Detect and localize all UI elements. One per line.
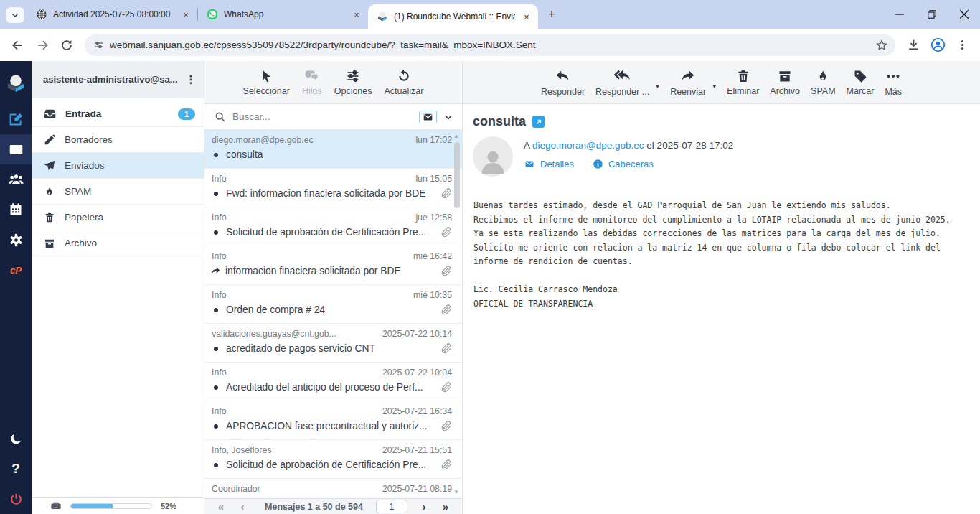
message-subject: Fwd: informacion finaciera solicitada po… xyxy=(226,188,437,199)
folder-spam[interactable]: SPAM xyxy=(32,179,204,205)
first-page-button[interactable]: « xyxy=(212,501,230,512)
message-row[interactable]: Infomié 10:35 Orden de compra # 24 xyxy=(204,285,462,324)
power-icon xyxy=(9,492,23,506)
message-row[interactable]: Infojue 12:58 Solicitud de aprobación de… xyxy=(204,207,462,246)
unread-dot-icon[interactable] xyxy=(214,153,218,157)
profile-avatar-button[interactable] xyxy=(925,33,950,57)
forward-button[interactable]: Reenviar xyxy=(670,68,706,97)
threads-button[interactable]: Hilos xyxy=(302,68,322,96)
unread-dot-icon[interactable] xyxy=(214,308,218,312)
details-toggle[interactable]: Detalles xyxy=(524,159,574,169)
search-options-chevron-icon[interactable] xyxy=(443,112,453,122)
tab-close-icon[interactable]: × xyxy=(351,9,362,20)
browser-tab-roundcube-active[interactable]: (1) Roundcube Webmail :: Envia × xyxy=(368,4,538,29)
more-button[interactable]: Más xyxy=(885,68,902,97)
scroll-down-icon[interactable]: ▼ xyxy=(453,489,459,495)
url-text[interactable]: webmail.sanjuan.gob.ec/cpsess5350978522/… xyxy=(110,39,870,50)
message-row[interactable]: Infolun 15:05 Fwd: informacion finaciera… xyxy=(204,169,462,207)
site-settings-icon[interactable] xyxy=(93,39,104,50)
message-subject: Acreditado del anticipo del proceso de P… xyxy=(226,382,437,393)
bookmark-star-icon[interactable] xyxy=(875,39,888,52)
next-page-button[interactable]: › xyxy=(415,501,433,512)
tab-close-icon[interactable]: × xyxy=(180,9,192,20)
tab-close-icon[interactable]: × xyxy=(521,11,532,22)
browser-tab-whatsapp[interactable]: WhatsApp × xyxy=(198,0,368,29)
unread-dot-icon[interactable] xyxy=(214,463,218,467)
search-input[interactable] xyxy=(232,111,413,122)
folder-enviados[interactable]: Enviados xyxy=(32,153,204,179)
sender-email-link[interactable]: diego.moran@dpe.gob.ec xyxy=(532,140,644,151)
folder-borradores[interactable]: Borradores xyxy=(32,127,204,153)
mail-task-button[interactable] xyxy=(0,134,32,164)
unread-dot-icon[interactable] xyxy=(214,192,218,196)
message-row[interactable]: validaciones.guayas@cnt.gob...2025-07-22… xyxy=(204,324,462,363)
folder-papelera[interactable]: Papelera xyxy=(32,205,204,230)
attachment-icon xyxy=(441,459,452,470)
message-row[interactable]: Info2025-07-21 16:34 APROBACION fase pre… xyxy=(204,401,462,440)
window-minimize-button[interactable] xyxy=(883,0,915,29)
url-bar[interactable]: webmail.sanjuan.gob.ec/cpsess5350978522/… xyxy=(85,34,895,56)
unread-dot-icon[interactable] xyxy=(214,424,218,429)
reload-button[interactable] xyxy=(55,33,79,57)
options-button[interactable]: Opciones xyxy=(334,69,372,96)
list-scrollbar[interactable]: ▲ ▼ xyxy=(452,130,461,498)
last-page-button[interactable]: » xyxy=(436,501,455,512)
new-tab-button[interactable]: + xyxy=(542,5,561,24)
downloads-button[interactable] xyxy=(901,33,925,57)
folder-archivo[interactable]: Archivo xyxy=(32,230,204,256)
browser-tab-actividad[interactable]: Actividad 2025-07-25 08:00:00 × xyxy=(27,0,197,29)
delete-button[interactable]: Eliminar xyxy=(727,69,759,96)
message-row[interactable]: Coordinador2025-07-21 08:19 xyxy=(204,479,462,498)
attachment-icon xyxy=(441,266,452,276)
paper-plane-icon xyxy=(44,160,55,172)
folder-entrada[interactable]: Entrada 1 xyxy=(32,101,204,127)
scrollbar-thumb[interactable] xyxy=(454,142,460,208)
back-button[interactable] xyxy=(6,33,30,57)
forward-caret-icon[interactable]: ▾ xyxy=(712,82,716,90)
logout-button[interactable] xyxy=(0,484,32,514)
message-row[interactable]: Infomié 16:42 informacion finaciera soli… xyxy=(204,246,462,285)
contacts-button[interactable] xyxy=(0,164,32,195)
forward-button[interactable] xyxy=(30,33,55,57)
dark-mode-button[interactable] xyxy=(0,424,32,454)
mark-button[interactable]: Marcar xyxy=(847,69,875,96)
calendar-button[interactable] xyxy=(0,195,32,225)
moon-icon xyxy=(9,432,23,446)
prev-page-button[interactable]: ‹ xyxy=(233,501,252,512)
compose-button[interactable] xyxy=(0,104,32,134)
message-row[interactable]: diego.moran@dpe.gob.eclun 17:02 consulta xyxy=(204,130,462,169)
scroll-up-icon[interactable]: ▲ xyxy=(453,133,459,139)
cpanel-button[interactable]: cP xyxy=(0,255,32,285)
search-scope-button[interactable] xyxy=(419,111,437,123)
message-row[interactable]: Info, Joseflores2025-07-21 15:51 Solicit… xyxy=(204,440,462,479)
message-sender: Info xyxy=(212,290,407,300)
archive-button[interactable]: Archivo xyxy=(770,69,800,96)
tab-search-button[interactable] xyxy=(6,7,24,23)
spam-button[interactable]: SPAM xyxy=(811,69,836,96)
settings-button[interactable] xyxy=(0,225,32,255)
refresh-button[interactable]: Actualizar xyxy=(385,69,424,96)
reply-button[interactable]: Responder xyxy=(541,68,585,97)
reply-icon xyxy=(555,68,570,84)
reply-label: Responder xyxy=(541,87,585,97)
message-date: 2025-07-22 10:14 xyxy=(382,329,452,339)
reply-all-button[interactable]: Responder ... xyxy=(595,67,649,97)
reply-all-icon xyxy=(614,67,631,84)
open-in-new-window-icon[interactable] xyxy=(532,116,545,128)
unread-dot-icon[interactable] xyxy=(214,386,218,390)
headers-toggle[interactable]: Cabeceras xyxy=(593,159,654,169)
page-number-input[interactable] xyxy=(376,500,407,513)
select-button[interactable]: Seleccionar xyxy=(243,69,290,96)
account-header: asistente-administrativo@sa... xyxy=(32,61,204,98)
unread-dot-icon[interactable] xyxy=(214,230,218,235)
reply-all-caret-icon[interactable]: ▾ xyxy=(656,82,659,90)
message-row[interactable]: Info2025-07-22 10:04 Acreditado del anti… xyxy=(204,363,462,401)
account-menu-icon[interactable] xyxy=(185,74,197,85)
avatar xyxy=(473,136,513,177)
window-restore-button[interactable] xyxy=(915,0,948,29)
help-button[interactable]: ? xyxy=(0,454,32,484)
unread-dot-icon[interactable] xyxy=(214,347,218,351)
mail-icon xyxy=(9,142,24,157)
window-close-button[interactable] xyxy=(948,0,980,29)
browser-menu-button[interactable] xyxy=(950,33,974,57)
